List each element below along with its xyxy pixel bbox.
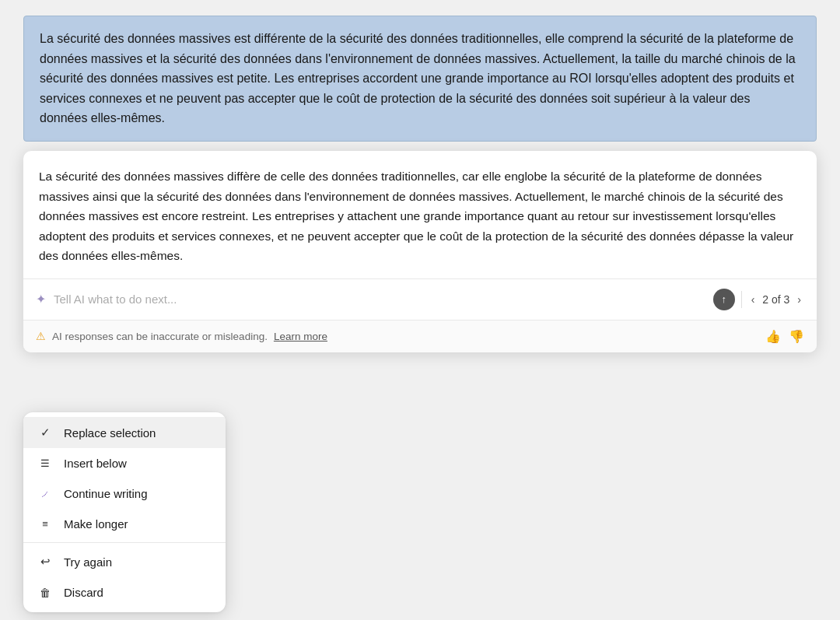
navigation-arrows: ‹ 2 of 3 › [748,292,804,307]
try-again-label: Try again [64,555,212,569]
thumbs-up-button[interactable]: 👍 [765,329,781,344]
replace-selection-label: Replace selection [64,426,212,440]
warning-bar: ⚠ AI responses can be inaccurate or misl… [23,321,817,352]
discard-label: Discard [64,586,212,599]
nav-counter: 2 of 3 [762,293,789,306]
ai-response-area: La sécurité des données massives diffère… [23,151,817,279]
ai-panel: La sécurité des données massives diffère… [23,151,817,352]
next-arrow[interactable]: › [794,292,804,307]
warning-left: ⚠ AI responses can be inaccurate or misl… [36,330,327,342]
prev-arrow[interactable]: ‹ [748,292,758,307]
dropdown-menu: ✓ Replace selection ☰ Insert below ⟋ Con… [23,412,226,612]
check-icon: ✓ [37,426,53,440]
arrow-up-icon: ↑ [721,293,726,305]
ai-response-text: La sécurité des données massives diffère… [39,170,793,262]
insert-below-icon: ☰ [37,457,53,469]
ai-input-actions: ↑ ‹ 2 of 3 › [713,289,804,310]
menu-item-replace-selection[interactable]: ✓ Replace selection [23,417,226,448]
insert-below-label: Insert below [64,457,212,470]
divider [741,291,742,308]
main-content: La sécurité des données massives est dif… [0,0,840,368]
ai-input-placeholder[interactable]: Tell AI what to do next... [54,292,705,306]
warning-text: AI responses can be inaccurate or mislea… [52,331,268,342]
discard-icon: 🗑 [37,587,53,599]
submit-button[interactable]: ↑ [713,289,735,310]
learn-more-link[interactable]: Learn more [274,331,327,342]
continue-writing-icon: ⟋ [37,488,53,500]
make-longer-icon: ≡ [37,518,53,530]
warning-icon: ⚠ [36,330,46,342]
menu-item-discard[interactable]: 🗑 Discard [23,577,226,608]
menu-item-try-again[interactable]: ↩ Try again [23,546,226,577]
menu-item-make-longer[interactable]: ≡ Make longer [23,509,226,539]
menu-item-insert-below[interactable]: ☰ Insert below [23,448,226,478]
selected-text: La sécurité des données massives est dif… [40,32,796,124]
selected-text-block: La sécurité des données massives est dif… [23,16,817,142]
try-again-icon: ↩ [37,555,53,569]
make-longer-label: Make longer [64,517,212,531]
menu-divider [23,542,226,543]
thumbs-down-button[interactable]: 👎 [789,329,804,344]
menu-item-continue-writing[interactable]: ⟋ Continue writing [23,478,226,509]
ai-input-bar: ✦ Tell AI what to do next... ↑ ‹ 2 of 3 … [23,279,817,321]
sparkle-icon: ✦ [36,292,46,306]
feedback-icons: 👍 👎 [765,329,804,344]
continue-writing-label: Continue writing [64,487,212,500]
